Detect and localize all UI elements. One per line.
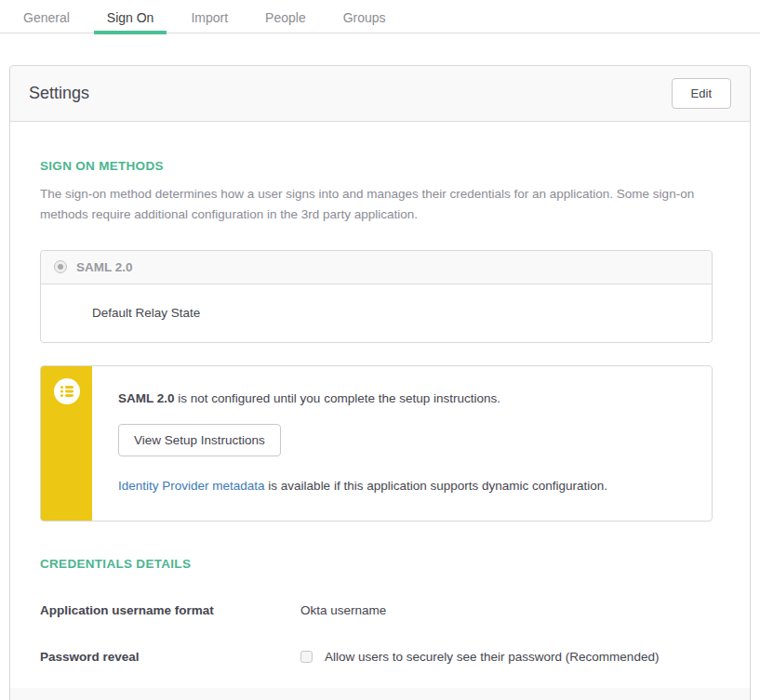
username-format-label: Application username format (40, 603, 300, 617)
saml-method-body: Default Relay State (41, 284, 712, 342)
tab-import[interactable]: Import (178, 0, 241, 34)
tab-groups[interactable]: Groups (330, 0, 399, 34)
password-reveal-row: Password reveal Allow users to securely … (40, 650, 713, 664)
sign-on-page: General Sign On Import People Groups Set… (0, 0, 760, 700)
tab-sign-on[interactable]: Sign On (94, 0, 167, 34)
callout-link-rest: is available if this application support… (265, 479, 607, 493)
settings-panel-header: Settings Edit (10, 66, 750, 122)
settings-panel: Settings Edit SIGN ON METHODS The sign-o… (9, 65, 751, 700)
callout-content: SAML 2.0 is not configured until you com… (92, 366, 712, 521)
default-relay-state-link[interactable]: Default Relay State (92, 306, 200, 320)
password-reveal-label: Password reveal (40, 650, 300, 664)
edit-button[interactable]: Edit (672, 78, 731, 109)
settings-panel-body: SIGN ON METHODS The sign-on method deter… (10, 122, 750, 664)
password-reveal-checkbox-label: Allow users to securely see their passwo… (325, 650, 659, 664)
saml-method-header: SAML 2.0 (41, 251, 712, 284)
saml-method-box: SAML 2.0 Default Relay State (40, 250, 713, 343)
sign-on-methods-description: The sign-on method determines how a user… (40, 184, 713, 226)
callout-message: SAML 2.0 is not configured until you com… (118, 391, 684, 405)
password-reveal-checkbox[interactable] (300, 651, 313, 663)
page-title: Settings (29, 84, 89, 103)
callout-stripe (41, 366, 92, 521)
username-format-value: Okta username (300, 603, 386, 617)
identity-provider-metadata-link[interactable]: Identity Provider metadata (118, 479, 265, 493)
bullet-list-icon (54, 378, 80, 404)
password-reveal-checkbox-wrap: Allow users to securely see their passwo… (300, 650, 659, 664)
app-tabs: General Sign On Import People Groups (0, 0, 760, 33)
settings-panel-footer (10, 688, 750, 700)
callout-message-bold: SAML 2.0 (118, 391, 175, 405)
view-setup-instructions-button[interactable]: View Setup Instructions (118, 424, 281, 456)
sign-on-methods-heading: SIGN ON METHODS (40, 159, 713, 173)
saml-setup-callout: SAML 2.0 is not configured until you com… (40, 365, 713, 522)
saml-radio[interactable] (54, 260, 67, 273)
callout-message-rest: is not configured until you complete the… (175, 391, 500, 405)
radio-dot-icon (58, 264, 63, 270)
callout-link-line: Identity Provider metadata is available … (118, 479, 684, 493)
credentials-details-heading: CREDENTIALS DETAILS (40, 557, 713, 571)
tab-general[interactable]: General (10, 0, 83, 34)
username-format-row: Application username format Okta usernam… (40, 603, 713, 617)
saml-method-name: SAML 2.0 (76, 260, 133, 274)
tab-people[interactable]: People (252, 0, 319, 34)
